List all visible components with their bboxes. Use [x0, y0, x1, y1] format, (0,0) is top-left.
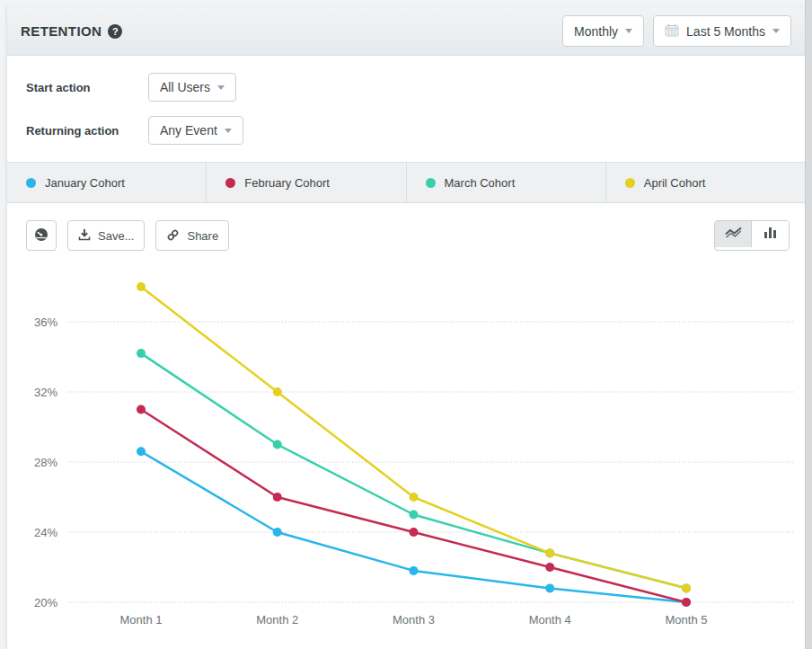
series-color-dot: [26, 178, 36, 188]
legend-label: April Cohort: [644, 176, 706, 190]
svg-text:Month 2: Month 2: [256, 613, 298, 627]
line-chart-toggle[interactable]: [715, 221, 752, 247]
returning-action-dropdown[interactable]: Any Event: [148, 116, 243, 145]
help-icon[interactable]: ?: [108, 24, 122, 39]
returning-action-label: Returning action: [26, 124, 148, 138]
cohort-legend: January Cohort February Cohort March Coh…: [7, 162, 805, 203]
caret-down-icon: [625, 29, 632, 33]
start-action-dropdown[interactable]: All Users: [148, 73, 236, 102]
date-range-value: Last 5 Months: [686, 25, 765, 38]
svg-text:32%: 32%: [34, 386, 57, 399]
save-button[interactable]: Save...: [67, 220, 145, 251]
window-scrollbar-track[interactable]: [805, 0, 812, 649]
series-color-dot: [225, 178, 235, 188]
retention-report-card: RETENTION ? Monthly Last 5 Months Start …: [6, 7, 805, 649]
caret-down-icon: [772, 29, 780, 33]
legend-item-january[interactable]: January Cohort: [7, 163, 207, 202]
legend-item-february[interactable]: February Cohort: [207, 163, 406, 202]
add-to-dashboard-button[interactable]: [26, 220, 57, 251]
chart-type-toggle: [714, 220, 790, 251]
svg-text:36%: 36%: [34, 316, 57, 329]
share-button[interactable]: Share: [155, 220, 229, 251]
start-action-value: All Users: [160, 81, 210, 93]
returning-action-value: Any Event: [160, 124, 217, 137]
svg-text:20%: 20%: [34, 596, 57, 609]
legend-label: February Cohort: [244, 176, 330, 190]
start-action-label: Start action: [26, 81, 148, 94]
report-header: RETENTION ? Monthly Last 5 Months: [7, 7, 805, 56]
caret-down-icon: [217, 85, 225, 90]
link-icon: [166, 228, 180, 244]
svg-text:24%: 24%: [34, 526, 57, 539]
svg-text:Month 4: Month 4: [529, 613, 571, 627]
line-chart-icon: [724, 226, 743, 243]
caret-down-icon: [225, 129, 232, 133]
svg-text:Month 3: Month 3: [393, 613, 435, 627]
bar-chart-icon: [763, 227, 778, 243]
legend-item-april[interactable]: April Cohort: [606, 163, 805, 202]
legend-label: March Cohort: [445, 176, 516, 190]
dashboard-gauge-icon: [34, 227, 49, 244]
interval-dropdown-value: Monthly: [574, 25, 618, 38]
filters-panel: Start action All Users Returning action …: [7, 56, 805, 162]
date-range-dropdown[interactable]: Last 5 Months: [653, 15, 791, 47]
svg-text:28%: 28%: [34, 456, 57, 469]
page-title: RETENTION: [21, 23, 102, 39]
legend-label: January Cohort: [45, 176, 125, 190]
series-color-dot: [426, 178, 436, 188]
download-icon: [78, 228, 91, 243]
calendar-icon: [665, 23, 679, 39]
retention-line-chart: 20%24%28%32%36%Month 1Month 2Month 3Mont…: [7, 226, 806, 647]
chart-panel: Save... Share: [7, 203, 805, 647]
series-color-dot: [625, 178, 635, 188]
interval-dropdown[interactable]: Monthly: [562, 15, 644, 47]
bar-chart-toggle[interactable]: [752, 221, 789, 247]
svg-text:Month 5: Month 5: [666, 613, 708, 627]
share-button-label: Share: [187, 230, 218, 242]
svg-text:Month 1: Month 1: [120, 613, 163, 627]
legend-item-march[interactable]: March Cohort: [407, 163, 606, 202]
chart-toolbar: Save... Share: [26, 220, 790, 251]
save-button-label: Save...: [98, 230, 134, 242]
